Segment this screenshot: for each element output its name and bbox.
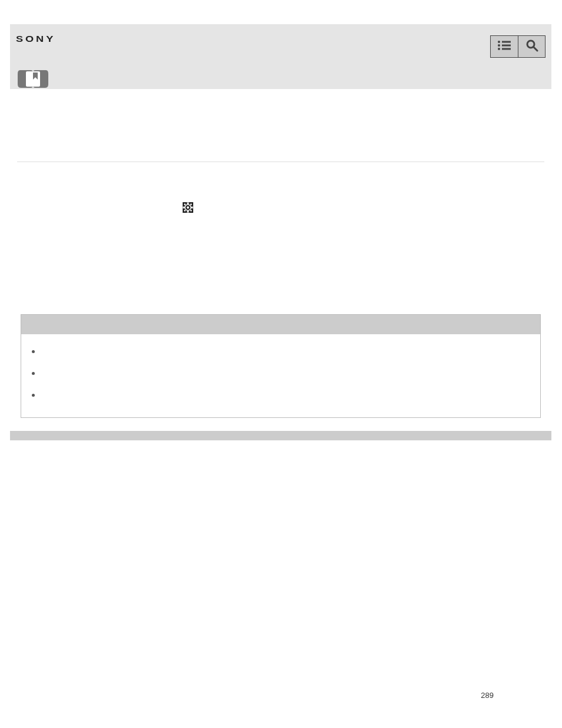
note-list [29,345,532,410]
list-icon [497,40,511,53]
gear-row [17,162,544,214]
list-item [29,345,532,367]
spacer [17,214,544,314]
svg-rect-1 [502,41,511,43]
svg-point-2 [498,44,500,47]
svg-rect-12 [187,211,189,213]
svg-point-20 [187,206,189,209]
svg-rect-11 [187,203,189,205]
svg-point-4 [498,48,500,50]
content-area [10,89,551,431]
svg-rect-14 [191,207,193,209]
note-box [21,314,541,418]
svg-line-7 [534,47,537,51]
search-button[interactable] [518,35,546,58]
gear-icon [183,202,193,215]
sony-logo: SONY [16,34,55,44]
book-icon [18,69,48,91]
list-item [29,388,532,410]
header-bar: SONY [10,24,551,69]
svg-rect-5 [502,48,511,50]
note-header [21,315,540,334]
menu-button[interactable] [490,35,518,58]
search-icon [525,39,538,54]
page-number: 289 [481,691,494,700]
list-item [29,367,532,388]
note-body [21,334,540,417]
toolbar [490,35,546,58]
subheader-bar [10,69,551,89]
spacer [17,89,544,162]
svg-rect-3 [502,45,511,47]
svg-rect-13 [183,207,185,209]
svg-point-0 [498,41,500,43]
page-container: SONY [10,24,551,440]
